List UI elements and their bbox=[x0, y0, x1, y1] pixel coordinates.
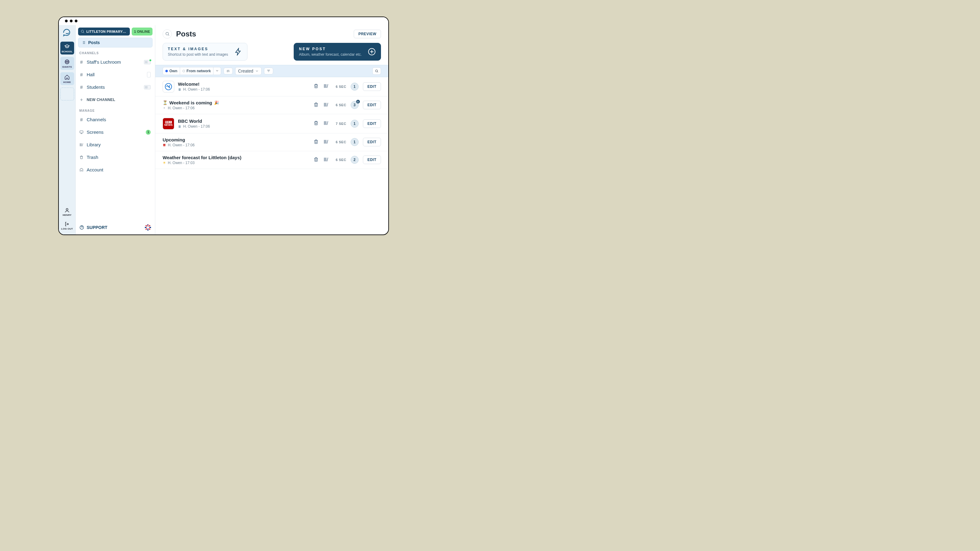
post-duration: 6 SEC bbox=[333, 85, 346, 89]
segment-source[interactable]: Own From network bbox=[162, 67, 221, 75]
sidebar-posts[interactable]: Posts bbox=[78, 38, 153, 48]
post-row[interactable]: Welcome! H. Owen - 17:06 6 SEC 1 EDIT bbox=[155, 77, 388, 97]
post-duration: 6 SEC bbox=[333, 158, 346, 162]
logout-icon bbox=[64, 221, 70, 227]
filter-settings[interactable] bbox=[224, 68, 233, 75]
basketball-icon bbox=[64, 59, 70, 65]
clock-icon bbox=[357, 101, 359, 103]
rail-logout[interactable]: LOG OUT bbox=[61, 220, 73, 232]
segment-label: Own bbox=[169, 69, 177, 73]
traffic-light-min[interactable] bbox=[70, 20, 73, 22]
svg-point-7 bbox=[375, 70, 378, 72]
post-count[interactable]: 1 bbox=[351, 138, 359, 146]
library-icon bbox=[323, 157, 329, 162]
shortcut-text-images[interactable]: TEXT & IMAGES Shortcut to post with text… bbox=[162, 43, 247, 60]
search-icon bbox=[81, 29, 84, 33]
manage-library[interactable]: Library bbox=[78, 140, 153, 150]
trash-icon bbox=[313, 157, 319, 162]
emoji-icon: ⏳ bbox=[162, 100, 167, 105]
manage-trash[interactable]: Trash bbox=[78, 152, 153, 162]
edit-button[interactable]: EDIT bbox=[363, 156, 381, 164]
archive-post[interactable] bbox=[323, 120, 329, 127]
rail-user-label: HENRY bbox=[62, 214, 72, 216]
post-row[interactable]: BBCNEWS BBC World H. Owen - 17:06 7 SEC … bbox=[155, 114, 388, 133]
archive-post[interactable] bbox=[323, 139, 329, 145]
edit-button[interactable]: EDIT bbox=[363, 138, 381, 146]
preview-button[interactable]: PREVIEW bbox=[354, 30, 381, 38]
sun-icon bbox=[162, 161, 166, 164]
edit-button[interactable]: EDIT bbox=[363, 119, 381, 128]
manage-label: Screens bbox=[87, 130, 143, 135]
channel-students[interactable]: Students bbox=[78, 82, 153, 92]
chevron-down-icon bbox=[215, 69, 219, 73]
network-search[interactable]: LITTLETON PRIMARY… bbox=[78, 27, 130, 35]
delete-post[interactable] bbox=[313, 120, 319, 127]
support-label: SUPPORT bbox=[87, 225, 108, 230]
channel-screen-indicator bbox=[144, 60, 151, 64]
rail-add-workspace[interactable] bbox=[60, 87, 74, 100]
dot-icon bbox=[162, 106, 166, 110]
manage-account[interactable]: Account bbox=[78, 165, 153, 175]
channel-label: Students bbox=[87, 84, 141, 90]
main-content: Posts PREVIEW TEXT & IMAGES Shortcut to … bbox=[155, 25, 388, 235]
trash-icon bbox=[79, 155, 84, 159]
rail-user[interactable]: HENRY bbox=[62, 206, 72, 218]
rail-label: GIANTS bbox=[62, 65, 72, 68]
new-post-button[interactable]: NEW POST Album, weather forecast, calend… bbox=[294, 43, 381, 60]
post-count[interactable]: 1 bbox=[351, 83, 359, 91]
filter-button[interactable] bbox=[264, 68, 273, 75]
delete-post[interactable] bbox=[313, 139, 319, 145]
post-row[interactable]: Weather forecast for Littleton (days) H.… bbox=[155, 151, 388, 169]
bolt-icon bbox=[234, 48, 242, 56]
segment-own[interactable]: Own bbox=[163, 67, 180, 75]
rail-item-school[interactable]: SCHOOL bbox=[60, 41, 74, 54]
post-count[interactable]: 1 bbox=[351, 120, 359, 128]
post-title: ⏳ Weekend is coming 🎉 bbox=[162, 100, 219, 105]
card-title: NEW POST bbox=[299, 47, 362, 51]
post-count[interactable]: 2 bbox=[351, 156, 359, 164]
channel-hall[interactable]: Hall bbox=[78, 70, 153, 80]
filter-search[interactable] bbox=[372, 67, 381, 75]
post-row[interactable]: ⏳ Weekend is coming 🎉 H. Owen - 17:06 6 … bbox=[155, 97, 388, 114]
calendar-icon bbox=[162, 143, 166, 147]
rail-item-giants[interactable]: GIANTS bbox=[60, 57, 74, 70]
manage-header: MANAGE bbox=[78, 107, 153, 112]
new-channel[interactable]: NEW CHANNEL bbox=[78, 95, 153, 105]
user-icon bbox=[64, 208, 70, 213]
card-subtitle: Album, weather forecast, calendar etc. bbox=[299, 52, 362, 57]
header-search-button[interactable] bbox=[162, 29, 172, 38]
edit-button[interactable]: EDIT bbox=[363, 101, 381, 109]
archive-post[interactable] bbox=[323, 102, 329, 108]
language-flag-uk[interactable] bbox=[145, 224, 151, 231]
edit-button[interactable]: EDIT bbox=[363, 83, 381, 91]
hash-icon bbox=[79, 85, 84, 89]
post-duration: 6 SEC bbox=[333, 140, 346, 144]
channel-screen-indicator bbox=[147, 72, 151, 78]
manage-screens[interactable]: Screens 1 bbox=[78, 127, 153, 137]
posts-list: Welcome! H. Owen - 17:06 6 SEC 1 EDIT ⏳ … bbox=[155, 77, 388, 235]
trash-icon bbox=[313, 83, 319, 89]
segment-dropdown[interactable] bbox=[213, 67, 221, 75]
page-icon bbox=[178, 125, 181, 128]
delete-post[interactable] bbox=[313, 157, 319, 163]
delete-post[interactable] bbox=[313, 83, 319, 90]
post-count[interactable]: 3 bbox=[351, 101, 359, 109]
rail-item-home[interactable]: HOME bbox=[60, 72, 74, 85]
archive-post[interactable] bbox=[323, 157, 329, 163]
sort-dropdown[interactable]: Created bbox=[235, 67, 261, 75]
channel-staff-lunchroom[interactable]: Staff's Luchroom bbox=[78, 57, 153, 67]
segment-network[interactable]: From network bbox=[180, 67, 213, 75]
manage-channels[interactable]: Channels bbox=[78, 114, 153, 125]
page-icon bbox=[178, 88, 181, 91]
traffic-light-max[interactable] bbox=[75, 20, 78, 22]
post-thumb: BBCNEWS bbox=[162, 118, 174, 130]
delete-post[interactable] bbox=[313, 102, 319, 108]
traffic-light-close[interactable] bbox=[65, 20, 68, 22]
support-button[interactable]: SUPPORT bbox=[79, 225, 108, 230]
post-row[interactable]: Upcoming H. Owen - 17:06 6 SEC 1 EDIT bbox=[155, 133, 388, 151]
emoji-icon: 🎉 bbox=[214, 100, 219, 105]
monitor-icon bbox=[79, 130, 84, 134]
browser-window: SCHOOL GIANTS HOME HENRY LOG OUT bbox=[58, 16, 389, 235]
library-icon bbox=[323, 83, 329, 89]
archive-post[interactable] bbox=[323, 83, 329, 90]
